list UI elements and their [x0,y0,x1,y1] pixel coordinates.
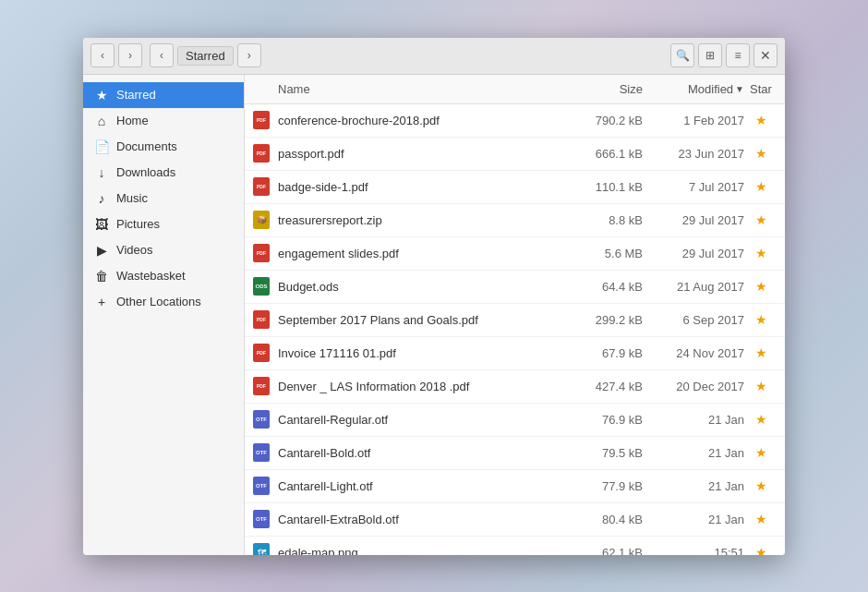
file-star[interactable]: ★ [744,212,778,227]
file-type-icon: ODS [252,277,271,296]
file-name: badge-side-1.pdf [278,180,569,194]
close-icon: ✕ [760,48,771,63]
sidebar-label-videos: Videos [116,243,153,257]
up-button[interactable]: ‹ [150,43,174,67]
table-row[interactable]: September 2017 Plans and Goals.pdf 299.2… [245,304,785,337]
back-button[interactable]: ‹ [90,43,115,67]
file-star[interactable]: ★ [744,512,778,526]
sidebar-item-music[interactable]: ♪ Music [83,186,244,211]
grid-view-button[interactable]: ⊞ [698,43,722,67]
sidebar-label-downloads: Downloads [116,165,175,179]
main-area: ★ Starred ⌂ Home 📄 Documents ↓ Downloads… [83,75,785,555]
file-name: Invoice 171116 01.pdf [278,346,569,360]
table-row[interactable]: OTF Cantarell-Light.otf 77.9 kB 21 Jan ★ [245,470,785,503]
table-row[interactable]: passport.pdf 666.1 kB 23 Jun 2017 ★ [245,138,785,171]
downloads-icon: ↓ [94,165,109,180]
file-star[interactable]: ★ [744,312,778,327]
search-button[interactable]: 🔍 [670,43,694,67]
expand-button[interactable]: › [237,43,261,67]
file-size: 427.4 kB [569,380,643,393]
forward-button[interactable]: › [118,43,142,67]
file-modified: 29 Jul 2017 [643,213,744,227]
file-size: 666.1 kB [569,147,643,161]
file-type-icon [252,177,271,196]
sidebar-label-wastebasket: Wastebasket [116,269,186,283]
table-row[interactable]: Invoice 171116 01.pdf 67.9 kB 24 Nov 201… [245,337,785,370]
file-star[interactable]: ★ [744,412,778,427]
location-bar: ‹ Starred › [150,43,261,67]
file-modified: 24 Nov 2017 [643,346,744,360]
file-star[interactable]: ★ [744,246,778,260]
sidebar: ★ Starred ⌂ Home 📄 Documents ↓ Downloads… [83,75,245,555]
file-type-icon: 🗺 [252,543,271,555]
file-name: edale-map.png [278,546,569,555]
table-row[interactable]: OTF Cantarell-ExtraBold.otf 80.4 kB 21 J… [245,503,785,537]
file-name: Cantarell-Light.otf [278,479,569,493]
col-modified-header[interactable]: Modified ▼ [643,82,744,96]
file-modified: 15:51 [643,546,744,555]
file-star[interactable]: ★ [744,113,778,127]
sidebar-label-starred: Starred [116,88,156,102]
table-row[interactable]: badge-side-1.pdf 110.1 kB 7 Jul 2017 ★ [245,171,785,204]
pictures-icon: 🖼 [94,217,109,232]
file-type-icon [252,310,271,329]
file-manager-window: ‹ › ‹ Starred › 🔍 ⊞ ≡ ✕ [83,38,785,555]
documents-icon: 📄 [94,139,109,154]
sidebar-item-pictures[interactable]: 🖼 Pictures [83,211,244,237]
column-header: Name Size Modified ▼ Star [245,75,785,104]
other-locations-icon: + [94,295,109,309]
file-size: 79.5 kB [569,446,643,460]
table-row[interactable]: OTF Cantarell-Bold.otf 79.5 kB 21 Jan ★ [245,437,785,470]
file-star[interactable]: ★ [744,379,778,393]
file-star[interactable]: ★ [744,545,778,555]
sidebar-label-home: Home [116,114,149,127]
grid-icon: ⊞ [705,49,715,62]
file-list: conference-brochure-2018.pdf 790.2 kB 1 … [245,104,785,555]
sidebar-item-videos[interactable]: ▶ Videos [83,237,244,263]
file-star[interactable]: ★ [744,345,778,360]
table-row[interactable]: engagement slides.pdf 5.6 MB 29 Jul 2017… [245,237,785,271]
table-row[interactable]: 📦 treasurersreport.zip 8.8 kB 29 Jul 201… [245,204,785,237]
file-type-icon [252,344,271,362]
list-view-button[interactable]: ≡ [726,43,750,67]
table-row[interactable]: Denver _ LAS Information 2018 .pdf 427.4… [245,370,785,404]
sidebar-item-other-locations[interactable]: + Other Locations [83,289,244,315]
file-type-icon: 📦 [252,211,271,229]
file-star[interactable]: ★ [744,179,778,194]
file-name: engagement slides.pdf [278,247,569,260]
sidebar-item-home[interactable]: ⌂ Home [83,108,244,134]
file-star[interactable]: ★ [744,146,778,161]
col-name-header: Name [252,82,569,96]
file-modified: 21 Jan [643,413,744,427]
search-icon: 🔍 [676,49,690,62]
location-label: Starred [177,46,234,66]
file-size: 77.9 kB [569,479,643,493]
sidebar-item-starred[interactable]: ★ Starred [83,82,244,108]
file-name: Cantarell-Regular.otf [278,413,569,427]
table-row[interactable]: OTF Cantarell-Regular.otf 76.9 kB 21 Jan… [245,404,785,437]
sidebar-label-other-locations: Other Locations [116,295,201,308]
sidebar-label-music: Music [116,191,148,205]
music-icon: ♪ [94,191,109,206]
close-button[interactable]: ✕ [753,43,778,67]
table-row[interactable]: conference-brochure-2018.pdf 790.2 kB 1 … [245,104,785,138]
file-type-icon: OTF [252,510,271,528]
file-star[interactable]: ★ [744,279,778,294]
file-star[interactable]: ★ [744,478,778,493]
list-icon: ≡ [734,49,741,62]
sidebar-item-documents[interactable]: 📄 Documents [83,134,244,160]
table-row[interactable]: ODS Budget.ods 64.4 kB 21 Aug 2017 ★ [245,271,785,304]
file-size: 80.4 kB [569,513,643,526]
file-name: Cantarell-ExtraBold.otf [278,513,569,526]
titlebar: ‹ › ‹ Starred › 🔍 ⊞ ≡ ✕ [83,38,785,75]
file-area: Name Size Modified ▼ Star conference-bro… [245,75,785,555]
file-modified: 7 Jul 2017 [643,180,744,194]
sidebar-item-downloads[interactable]: ↓ Downloads [83,160,244,186]
file-size: 790.2 kB [569,114,643,127]
file-star[interactable]: ★ [744,445,778,460]
sidebar-item-wastebasket[interactable]: 🗑 Wastebasket [83,263,244,289]
wastebasket-icon: 🗑 [94,269,109,284]
table-row[interactable]: 🗺 edale-map.png 62.1 kB 15:51 ★ [245,537,785,555]
file-modified: 21 Aug 2017 [643,280,744,294]
forward-icon: › [128,49,132,62]
